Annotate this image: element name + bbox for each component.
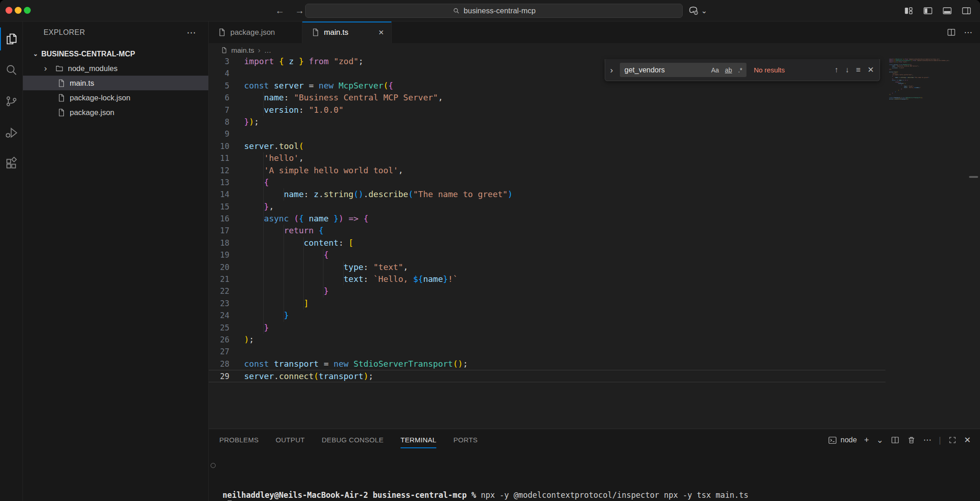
sidebar-more-actions-button[interactable]: ⋯ (187, 27, 196, 38)
file-icon (57, 108, 66, 117)
terminal-dropdown-chevron[interactable]: ⌄ (876, 435, 883, 445)
line-number: 29 (209, 370, 229, 382)
close-panel-button[interactable]: ✕ (964, 435, 971, 445)
minimap-line: server.connect(transport); (889, 99, 951, 100)
breadcrumb-symbol[interactable]: … (264, 46, 272, 55)
whole-word-toggle[interactable]: ab (724, 66, 734, 74)
code-line-23[interactable]: 23] (209, 297, 885, 309)
files-icon (5, 32, 18, 46)
code-line-10[interactable]: 10server.tool( (209, 140, 885, 152)
tab-package.json[interactable]: package.json (209, 22, 302, 43)
toggle-replace-chevron[interactable]: › (608, 65, 615, 75)
find-in-selection-button[interactable]: ≡ (856, 66, 861, 75)
find-next-button[interactable]: ↓ (845, 66, 849, 75)
code-line-20[interactable]: 20type: "text", (209, 261, 885, 273)
line-number: 25 (209, 322, 229, 334)
code-line-5[interactable]: 5const server = new McpServer({ (209, 80, 885, 92)
find-buttons: ↑ ↓ ≡ ✕ (835, 65, 874, 75)
more-actions-icon[interactable]: ⋯ (964, 27, 973, 38)
code-line-6[interactable]: 6name: "Business Central MCP Server", (209, 92, 885, 104)
activity-bar-source-control[interactable] (0, 86, 23, 117)
toggle-primary-sidebar-icon[interactable] (923, 6, 933, 16)
code-line-11[interactable]: 11'hello', (209, 152, 885, 164)
find-results-status: No results (754, 66, 785, 74)
close-window-button[interactable] (6, 7, 12, 14)
terminal[interactable]: neilhaddley@Neils-MacBook-Air-2 business… (209, 451, 980, 501)
new-terminal-button[interactable]: + (864, 435, 869, 445)
run-and-debug-icon (5, 126, 18, 139)
code-line-22[interactable]: 22} (209, 285, 885, 297)
tree-item-label: package-lock.json (70, 94, 130, 102)
activity-bar-explorer[interactable] (0, 23, 23, 55)
close-tab-button[interactable]: ✕ (378, 28, 384, 37)
split-editor-icon[interactable] (947, 28, 956, 37)
line-number: 27 (209, 346, 229, 358)
activity-bar-run-debug[interactable] (0, 117, 23, 148)
panel-tab-terminal[interactable]: TERMINAL (401, 429, 436, 451)
code-line-26[interactable]: 26); (209, 334, 885, 346)
toggle-panel-icon[interactable] (942, 6, 952, 16)
code-line-15[interactable]: 15}, (209, 201, 885, 213)
code-line-12[interactable]: 12'A simple hello world tool', (209, 165, 885, 176)
command-center-search[interactable]: business-central-mcp (305, 4, 683, 18)
search-icon (452, 7, 460, 15)
breadcrumb[interactable]: main.ts › … (209, 43, 885, 57)
terminal-instance-chip[interactable]: node (828, 435, 857, 445)
workspace-section-header[interactable]: ⌄ BUSINESS-CENTRAL-MCP (23, 47, 208, 61)
tree-item-package.json[interactable]: package.json (23, 105, 208, 120)
code-line-29[interactable]: 29server.connect(transport); (209, 370, 885, 382)
line-number: 21 (209, 273, 229, 285)
code-line-9[interactable]: 9 (209, 128, 885, 140)
code-line-27[interactable]: 27 (209, 346, 885, 358)
minimize-window-button[interactable] (15, 7, 22, 14)
match-case-toggle[interactable]: Aa (710, 66, 720, 74)
line-number: 26 (209, 334, 229, 346)
minimap[interactable]: import { McpServer } from "@modelcontext… (889, 59, 951, 100)
code-line-25[interactable]: 25} (209, 322, 885, 334)
tree-item-node_modules[interactable]: ›node_modules (23, 61, 208, 76)
code-line-17[interactable]: 17return { (209, 225, 885, 237)
line-number: 15 (209, 201, 229, 213)
line-number: 10 (209, 140, 229, 152)
panel-tab-output[interactable]: OUTPUT (276, 429, 305, 451)
nav-back-button[interactable]: ← (275, 4, 284, 17)
panel-tab-ports[interactable]: PORTS (453, 429, 478, 451)
nav-forward-button[interactable]: → (295, 4, 304, 17)
chevron-down-icon: ⌄ (33, 50, 38, 57)
regex-toggle[interactable]: .* (737, 66, 744, 74)
code-line-28[interactable]: 28const transport = new StdioServerTrans… (209, 358, 885, 370)
find-close-button[interactable]: ✕ (868, 65, 874, 75)
tab-label: package.json (230, 28, 275, 37)
divider: | (939, 435, 941, 445)
customize-layout-icon[interactable] (903, 6, 914, 16)
split-terminal-icon[interactable] (891, 435, 900, 445)
breadcrumb-file[interactable]: main.ts (231, 46, 254, 55)
code-line-21[interactable]: 21text: `Hello, ${name}!` (209, 273, 885, 285)
maximize-panel-icon[interactable] (948, 436, 957, 444)
toggle-secondary-sidebar-icon[interactable] (961, 6, 972, 16)
find-input[interactable]: get_vendors Aa ab .* (620, 63, 746, 77)
tab-main.ts[interactable]: main.ts✕ (302, 22, 392, 43)
activity-bar-search[interactable] (0, 55, 23, 86)
file-icon (57, 79, 66, 88)
zoom-window-button[interactable] (24, 7, 31, 14)
code-line-14[interactable]: 14name: z.string().describe("The name to… (209, 188, 885, 200)
code-area[interactable]: 3import { z } from "zod";45const server … (209, 55, 885, 382)
code-line-19[interactable]: 19{ (209, 249, 885, 261)
code-line-8[interactable]: 8}); (209, 116, 885, 128)
file-icon (221, 47, 228, 54)
panel-tab-problems[interactable]: PROBLEMS (219, 429, 259, 451)
tree-item-package-lock.json[interactable]: package-lock.json (23, 90, 208, 105)
code-line-18[interactable]: 18content: [ (209, 237, 885, 249)
code-line-13[interactable]: 13{ (209, 176, 885, 188)
code-line-16[interactable]: 16async ({ name }) => { (209, 213, 885, 225)
copilot-menu[interactable]: ⌄ (687, 5, 707, 17)
kill-terminal-trash-icon[interactable] (907, 436, 916, 445)
find-previous-button[interactable]: ↑ (835, 66, 839, 75)
code-line-7[interactable]: 7version: "1.0.0" (209, 104, 885, 116)
activity-bar-extensions[interactable] (0, 148, 23, 179)
code-line-24[interactable]: 24} (209, 309, 885, 321)
panel-tab-debug-console[interactable]: DEBUG CONSOLE (322, 429, 384, 451)
panel-more-actions-button[interactable]: ⋯ (923, 435, 931, 445)
tree-item-main.ts[interactable]: main.ts (23, 76, 208, 90)
